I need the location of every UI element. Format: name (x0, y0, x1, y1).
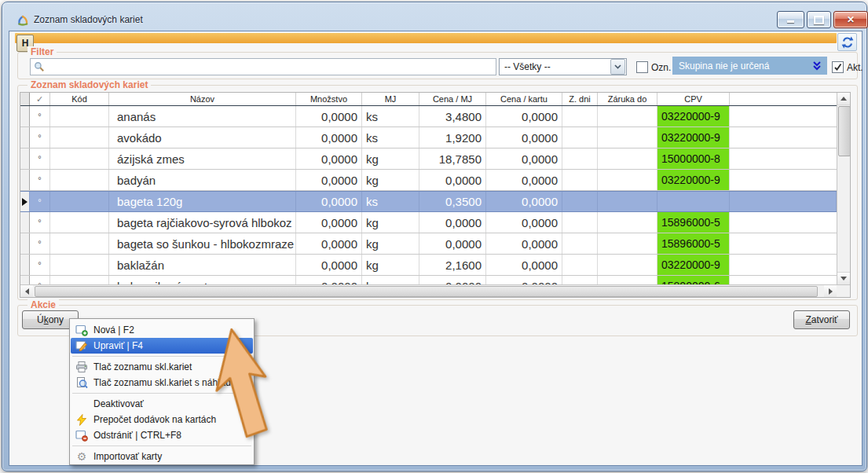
menu-item-odstranit[interactable]: Odstrániť | CTRL+F8 (71, 427, 253, 443)
cell-z-dni (562, 233, 598, 254)
table-row[interactable]: ° ananás 0,0000 ks 3,4800 0,0000 0322000… (20, 106, 837, 127)
cell-filler (730, 276, 837, 284)
horizontal-scrollbar-thumb[interactable] (35, 286, 818, 297)
cell-cena-kartu: 0,0000 (486, 106, 562, 126)
table-row[interactable]: ° bageta so šunkou - hlbokozmraze 0,0000… (20, 233, 837, 255)
minimize-icon (787, 20, 794, 23)
cell-filler (730, 170, 837, 190)
double-chevron-down-icon (812, 61, 822, 71)
category-dropdown[interactable]: -- Všetky -- (499, 58, 627, 75)
cell-cpv (657, 192, 730, 211)
cell-filler (730, 192, 837, 211)
close-button[interactable]: ✕ (833, 11, 868, 28)
table-header: ✓ Kód Názov Množstvo MJ Cena / MJ Cena /… (20, 93, 837, 106)
scroll-up-button[interactable] (837, 93, 850, 105)
cell-kod (50, 192, 109, 211)
arrow-left-icon (25, 288, 29, 295)
horizontal-scrollbar[interactable] (20, 284, 850, 297)
row-indicator-cell (20, 276, 30, 284)
header-cell-nazov[interactable]: Názov (109, 93, 296, 105)
cell-mj: ks (362, 127, 419, 148)
scroll-down-button[interactable] (837, 272, 850, 284)
header-cell-mj[interactable]: MJ (362, 93, 419, 105)
vertical-scrollbar[interactable] (837, 93, 850, 284)
refresh-button[interactable] (837, 33, 857, 51)
header-cell-cena-kartu[interactable]: Cena / kartu (486, 93, 562, 105)
table-row-partial[interactable]: ° balzamikový ocot 0,0000 kg 0,0000 0,00… (20, 276, 837, 284)
cell-kod (50, 233, 109, 254)
window-title: Zoznam skladových kariet (34, 14, 143, 25)
header-cell-zaruka-do[interactable]: Záruka do (598, 93, 657, 105)
cell-cpv: 03220000-9 (657, 170, 730, 190)
vertical-scrollbar-thumb[interactable] (838, 106, 850, 156)
edit-icon (75, 339, 89, 352)
header-cell-cpv[interactable]: CPV (657, 93, 730, 105)
table-row[interactable]: ° avokádo 0,0000 ks 1,9200 0,0000 032200… (20, 127, 837, 148)
app-icon (16, 14, 29, 27)
cell-z-dni (562, 106, 598, 126)
table-row[interactable]: ° baklažán 0,0000 kg 2,1600 0,0000 03220… (20, 255, 837, 276)
filter-group-label: Filter (27, 46, 57, 57)
cell-nazov: bageta 120g (109, 192, 296, 211)
table-row[interactable]: ° badyán 0,0000 kg 0,0000 0,0000 0322000… (20, 170, 837, 191)
table-row-selected[interactable]: ° bageta 120g 0,0000 ks 0,3500 0,0000 (20, 191, 837, 212)
cell-z-dni (562, 148, 598, 169)
horizontal-scrollbar-track[interactable] (33, 285, 824, 297)
header-cell-cena-mj[interactable]: Cena / MJ (419, 93, 486, 105)
menu-item-tlac-zoznamu[interactable]: Tlač zoznamu skl.kariet (71, 359, 253, 375)
table-row[interactable]: ° ázijská zmes 0,0000 kg 18,7850 0,0000 … (20, 148, 837, 170)
menu-item-label: Tlač zoznamu skl.kariet (93, 361, 192, 372)
dropdown-arrow-button[interactable] (610, 59, 625, 75)
scroll-right-button[interactable] (824, 285, 837, 297)
new-card-icon (75, 324, 89, 336)
menu-item-importovat[interactable]: ⚙ Importovať karty (71, 449, 253, 464)
header-cell-kod[interactable]: Kód (50, 93, 109, 105)
cards-table: ✓ Kód Názov Množstvo MJ Cena / MJ Cena /… (20, 92, 851, 298)
group-filter-panel[interactable]: Skupina nie je určená (672, 57, 827, 75)
cell-cena-mj: 1,9200 (419, 127, 486, 148)
titlebar[interactable]: Zoznam skladových kariet ✕ (2, 2, 866, 31)
cell-zaruka-do (598, 233, 657, 254)
menu-separator (72, 393, 251, 394)
window: Zoznam skladových kariet ✕ H Filter (2, 2, 867, 471)
ozn-checkbox[interactable] (636, 61, 648, 73)
window-controls: ✕ (777, 11, 868, 28)
scroll-left-button[interactable] (20, 285, 33, 297)
search-input[interactable] (47, 60, 496, 74)
category-dropdown-value: -- Všetky -- (500, 61, 610, 72)
row-indicator-cell (20, 255, 30, 275)
maximize-button[interactable] (807, 11, 831, 28)
zatvorit-button[interactable]: Zatvoriť (793, 310, 850, 329)
cell-mnozstvo: 0,0000 (296, 170, 362, 190)
header-cell-check[interactable]: ✓ (30, 93, 50, 105)
cell-kod (50, 170, 109, 190)
akt-checkbox[interactable] (832, 61, 844, 73)
cell-cpv: 15896000-5 (657, 212, 730, 233)
row-indicator-cell (20, 148, 30, 169)
header-cell-mnozstvo[interactable]: Množstvo (296, 93, 362, 105)
cell-zaruka-do (598, 127, 657, 148)
arrow-up-icon (841, 97, 847, 101)
menu-item-upravit[interactable]: Upraviť | F4 (71, 338, 253, 354)
menu-item-tlac-nahlad[interactable]: Tlač zoznamu skl.kariet s náhľadom (71, 375, 253, 390)
header-cell-z-dni[interactable]: Z. dni (562, 93, 598, 105)
menu-item-label: Deaktivovať (93, 398, 144, 409)
row-indicator-cell (20, 212, 30, 233)
cell-cena-kartu: 0,0000 (486, 212, 562, 233)
cell-mnozstvo: 0,0000 (296, 212, 362, 233)
minimize-button[interactable] (777, 11, 804, 28)
menu-item-prepocet[interactable]: Prepočet dodávok na kartách (71, 412, 253, 427)
cell-cena-mj: 0,0000 (419, 276, 486, 284)
header-cell-filler (730, 93, 837, 105)
cell-cena-kartu: 0,0000 (486, 127, 562, 148)
menu-item-nova[interactable]: Nová | F2 (71, 322, 253, 338)
menu-item-deaktivovat[interactable]: Deaktivovať (71, 396, 253, 412)
client-area: H Filter -- Všetky -- (9, 31, 863, 466)
cell-nazov: ananás (109, 106, 296, 126)
cell-z-dni (562, 212, 598, 233)
cell-nazov: balzamikový ocot (109, 276, 296, 284)
delete-card-icon (75, 429, 89, 442)
cell-z-dni (562, 170, 598, 190)
screenshot-canvas: Zoznam skladových kariet ✕ H Filter (0, 0, 868, 473)
table-row[interactable]: ° bageta rajčiakovo-syrová hlbokoz 0,000… (20, 212, 837, 233)
